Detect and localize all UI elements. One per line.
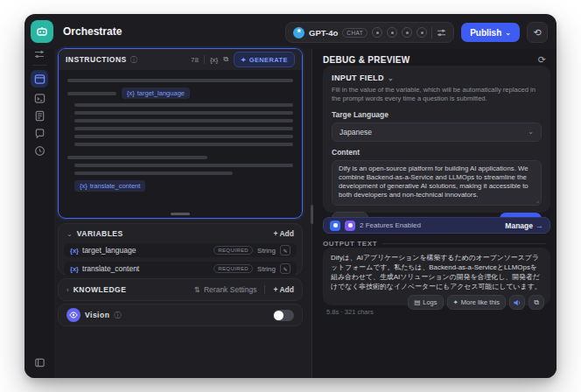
variable-row[interactable]: {x} translate_content REQUIRED String ✎ (64, 262, 297, 276)
sparkle-icon: ✦ (241, 56, 247, 64)
add-knowledge-button[interactable]: + Add (273, 285, 294, 294)
rerank-settings-button[interactable]: ⇅ Rerank Settings (194, 285, 257, 294)
panel-resize-handle[interactable] (171, 213, 190, 215)
capability-icon-2 (387, 27, 397, 38)
generate-button[interactable]: ✦ GENERATE (234, 52, 295, 67)
version-history-button[interactable]: ⟲ (527, 22, 548, 43)
variable-icon: {x} (70, 247, 79, 255)
divider (382, 243, 546, 244)
robot-icon (35, 24, 49, 38)
text-to-speech-button[interactable] (509, 295, 525, 310)
model-selector[interactable]: * GPT-4o CHAT (285, 22, 454, 43)
insert-variable-icon[interactable]: {x} (210, 56, 218, 64)
content-textarea[interactable]: Dify is an open-source platform for buil… (332, 160, 542, 206)
target-language-select[interactable]: Japanese ⌄ (332, 122, 542, 142)
instructions-header: INSTRUCTIONS ⓘ 78 {x} ⧉ ✦ GENERATE (59, 49, 302, 70)
debug-preview-panel: DEBUG & PREVIEW ⟳ INPUT FIELD ⌄ Fill in … (312, 49, 556, 378)
output-text: Difyは、AIアプリケーションを構築するためのオープンソースプラットフォームで… (331, 254, 542, 290)
feature-icon-1 (330, 220, 340, 231)
input-field-card: INPUT FIELD ⌄ Fill in the value of the v… (323, 66, 550, 213)
chevron-right-icon[interactable]: › (66, 286, 69, 294)
skeleton-line (67, 92, 116, 95)
skeleton-line (74, 172, 233, 175)
manage-features-button[interactable]: Manage → (505, 221, 543, 230)
divider (32, 65, 46, 66)
variable-icon: {x} (70, 265, 79, 273)
resize-grip-icon[interactable]: ⌟ (536, 196, 539, 204)
instructions-title: INSTRUCTIONS (66, 55, 127, 64)
edit-variable-icon[interactable]: ✎ (280, 245, 290, 256)
sidebar-settings-button[interactable] (31, 46, 48, 63)
sparkle-icon: ✦ (453, 298, 458, 306)
info-icon: ⓘ (114, 311, 121, 320)
arrow-right-icon: → (536, 221, 543, 230)
vision-toggle[interactable] (273, 310, 294, 321)
required-badge: REQUIRED (214, 246, 253, 255)
char-count: 78 (191, 56, 199, 64)
sidebar-item-logs[interactable] (31, 107, 48, 124)
app-window: Orchestrate * GPT-4o CHAT Publish (24, 14, 556, 378)
add-variable-button[interactable]: + Add (273, 229, 294, 238)
refresh-icon[interactable]: ⟳ (538, 54, 546, 66)
instructions-panel[interactable]: INSTRUCTIONS ⓘ 78 {x} ⧉ ✦ GENERATE (58, 48, 303, 219)
chevron-down-icon: ⌄ (388, 74, 394, 82)
vision-card: Vision ⓘ (58, 304, 303, 326)
chevron-down-icon[interactable]: ⌄ (66, 230, 73, 238)
instructions-body[interactable]: {x}target_language {x}transl (59, 70, 302, 192)
sidebar-item-monitoring[interactable] (31, 142, 48, 159)
chat-mode-badge: CHAT (342, 28, 368, 38)
collapse-sidebar-button[interactable] (31, 354, 48, 371)
chevron-down-icon: ⌄ (528, 128, 534, 136)
edit-variable-icon[interactable]: ✎ (280, 263, 290, 274)
rerank-icon: ⇅ (194, 285, 200, 294)
knowledge-title: KNOWLEDGE (74, 285, 127, 294)
feature-icon-2 (345, 220, 355, 231)
panel-drag-handle[interactable] (311, 205, 313, 224)
variables-title: VARIABLES (77, 229, 123, 238)
vision-icon (66, 308, 80, 322)
variable-row[interactable]: {x} target_language REQUIRED String ✎ (64, 243, 297, 257)
skeleton-line (74, 119, 293, 122)
input-field-header[interactable]: INPUT FIELD ⌄ (332, 74, 542, 82)
logs-icon: ▤ (414, 298, 420, 306)
sidebar (24, 49, 54, 378)
vision-title: Vision (85, 311, 109, 319)
model-settings-icon[interactable] (437, 28, 446, 38)
features-bar[interactable]: 2 Features Enabled Manage → (323, 217, 550, 234)
page: Orchestrate * GPT-4o CHAT Publish (0, 0, 581, 392)
skeleton-line (74, 143, 293, 146)
page-title: Orchestrate (63, 25, 122, 38)
copy-output-button[interactable]: ⧉ (528, 295, 544, 310)
variable-chip-translate-content[interactable]: {x}translate_content (74, 180, 145, 192)
capability-icon-1 (372, 27, 382, 38)
skeleton-line (74, 127, 293, 130)
skeleton-line (74, 164, 293, 167)
skeleton-line (67, 156, 207, 159)
knowledge-card: › KNOWLEDGE ⇅ Rerank Settings + Add (58, 278, 303, 301)
capability-icon-4 (416, 27, 427, 38)
variables-card: ⌄ VARIABLES + Add {x} target_language RE… (58, 223, 303, 275)
skeleton-line (67, 79, 293, 82)
sidebar-item-terminal[interactable] (31, 89, 48, 107)
more-like-this-button[interactable]: ✦ More like this (447, 295, 506, 310)
target-language-label: Targe Language (332, 110, 542, 119)
openai-icon: * (293, 27, 304, 38)
copy-icon: ⧉ (534, 298, 539, 307)
debug-preview-title: DEBUG & PREVIEW (323, 55, 410, 65)
skeleton-line (74, 135, 293, 138)
output-stats: 5.8s · 321 chars (326, 308, 374, 316)
divider (431, 27, 432, 38)
copy-icon[interactable]: ⧉ (223, 55, 228, 64)
sidebar-item-orchestrate[interactable] (31, 70, 48, 88)
variable-chip-target-language[interactable]: {x}target_language (122, 88, 190, 99)
sidebar-item-annotations[interactable] (31, 124, 48, 142)
prompt-canvas: INSTRUCTIONS ⓘ 78 {x} ⧉ ✦ GENERATE (54, 49, 312, 378)
output-text-title: OUTPUT TEXT (323, 240, 377, 248)
divider (204, 55, 205, 64)
variable-type: String (257, 247, 276, 255)
divider (264, 285, 265, 294)
chevron-down-icon: ⌄ (505, 29, 511, 37)
app-logo[interactable] (31, 20, 53, 43)
logs-button[interactable]: ▤ Logs (408, 295, 443, 310)
publish-button[interactable]: Publish ⌄ (461, 23, 520, 42)
